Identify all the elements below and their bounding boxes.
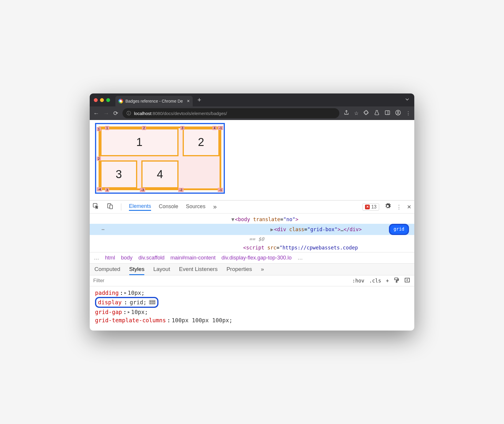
grid-cell: 4 xyxy=(141,160,178,188)
grid-cell: 1 xyxy=(100,128,179,156)
script-src-link[interactable]: https://cpwebassets.codep xyxy=(282,245,358,251)
devtools-close-icon[interactable]: ✕ xyxy=(407,204,411,210)
devtools-panel: Elements Console Sources » ✕ 13 ⋮ ✕ ▼<bo… xyxy=(90,200,414,330)
grid-line-label: 3 xyxy=(180,126,184,130)
breadcrumb-more[interactable]: … xyxy=(94,255,99,261)
inspect-element-icon[interactable] xyxy=(93,203,99,211)
tab-computed[interactable]: Computed xyxy=(94,266,120,275)
tab-properties[interactable]: Properties xyxy=(226,266,252,275)
tab-close-button[interactable]: × xyxy=(187,98,190,104)
error-count-badge[interactable]: ✕ 13 xyxy=(362,203,379,211)
paint-icon[interactable] xyxy=(394,277,400,284)
side-panel-icon[interactable] xyxy=(384,110,390,117)
browser-toolbar: ← → ⟳ ⓘ localhost:8080/docs/devtools/ele… xyxy=(90,106,414,120)
titlebar: Badges reference - Chrome De × + xyxy=(90,93,414,106)
browser-window: Badges reference - Chrome De × + ← → ⟳ ⓘ… xyxy=(90,93,414,330)
labs-icon[interactable] xyxy=(374,110,380,117)
more-tabs-icon[interactable]: » xyxy=(261,266,264,275)
grid-line-label: 2 xyxy=(97,157,101,161)
grid-line-label: 1 xyxy=(97,127,101,131)
reload-button[interactable]: ⟳ xyxy=(113,110,118,117)
error-icon: ✕ xyxy=(365,205,370,209)
breadcrumb-more[interactable]: … xyxy=(297,255,303,261)
profile-icon[interactable] xyxy=(395,110,401,117)
tab-layout[interactable]: Layout xyxy=(153,266,170,275)
chrome-favicon-icon xyxy=(118,99,123,103)
tab-elements[interactable]: Elements xyxy=(129,203,151,211)
styles-filter-input[interactable] xyxy=(90,278,348,284)
dom-selection-indicator: == $0 xyxy=(90,235,414,244)
more-tabs-icon[interactable]: » xyxy=(213,203,217,211)
svg-rect-9 xyxy=(405,278,410,282)
grid-line-label: -4 xyxy=(97,187,102,191)
svg-point-3 xyxy=(397,111,399,113)
tab-list-button[interactable] xyxy=(404,96,410,103)
bookmark-icon[interactable]: ☆ xyxy=(354,110,359,116)
display-grid-highlight: display: grid; xyxy=(95,297,158,308)
breadcrumb-item[interactable]: body xyxy=(121,255,132,261)
svg-rect-6 xyxy=(110,205,112,209)
breadcrumb-item[interactable]: div.display-flex.gap-top-300.lo xyxy=(222,255,292,261)
new-tab-button[interactable]: + xyxy=(197,96,201,104)
svg-rect-8 xyxy=(396,281,397,282)
tab-event-listeners[interactable]: Event Listeners xyxy=(179,266,217,275)
devtools-tabbar: Elements Console Sources » ✕ 13 ⋮ ✕ xyxy=(90,201,414,213)
tab-styles[interactable]: Styles xyxy=(129,266,145,275)
grid-line-label: 1 xyxy=(105,126,109,130)
panel-toggle-icon[interactable] xyxy=(404,277,410,284)
settings-icon[interactable] xyxy=(384,203,391,211)
grid-line-label: -1 xyxy=(218,188,223,192)
grid-line-label: -2 xyxy=(178,188,184,192)
dom-node[interactable]: ▼<body translate="no"> xyxy=(90,215,414,224)
grid-line-label: 3 xyxy=(105,188,109,192)
hover-toggle[interactable]: :hov xyxy=(352,278,364,284)
css-rules[interactable]: padding:▶ 10px; display: grid; grid-gap:… xyxy=(90,286,414,331)
grid-cell: 2 xyxy=(183,128,220,156)
close-window-button[interactable] xyxy=(94,98,98,102)
grid-line-label: -1 xyxy=(218,126,223,130)
class-toggle[interactable]: .cls xyxy=(369,278,381,284)
tab-console[interactable]: Console xyxy=(159,203,178,210)
dom-node-selected[interactable]: ⋯ ▶<div class="grid-box">…</div> grid xyxy=(90,224,414,235)
share-icon[interactable] xyxy=(343,110,349,117)
grid-editor-icon[interactable] xyxy=(149,300,156,305)
grid-line-label: 4 xyxy=(212,126,217,130)
styles-filter-bar: :hov .cls + xyxy=(90,275,414,286)
grid-overlay-selection: 1 2 3 4 1 1 2 3 4 -1 2 -4 3 -3 -2 -1 xyxy=(95,123,225,194)
grid-badge[interactable]: grid xyxy=(389,224,409,235)
svg-rect-7 xyxy=(395,278,398,280)
tab-title: Badges reference - Chrome De xyxy=(125,99,183,103)
grid-line-label: -3 xyxy=(140,188,145,192)
extensions-icon[interactable] xyxy=(363,110,369,117)
styles-tabbar: Computed Styles Layout Event Listeners P… xyxy=(90,263,414,275)
maximize-window-button[interactable] xyxy=(106,98,110,102)
address-bar[interactable]: ⓘ localhost:8080/docs/devtools/elements/… xyxy=(122,108,339,118)
svg-rect-0 xyxy=(385,111,390,114)
back-button[interactable]: ← xyxy=(93,110,99,117)
url-text: localhost:8080/docs/devtools/elements/ba… xyxy=(134,111,227,116)
grid-cell: 3 xyxy=(100,160,137,188)
dom-node[interactable]: <script src="https://cpwebassets.codep xyxy=(90,244,414,252)
device-toggle-icon[interactable] xyxy=(107,203,113,211)
error-count: 13 xyxy=(371,204,377,210)
grid-line-label: 2 xyxy=(142,126,146,130)
forward-button[interactable]: → xyxy=(103,110,109,117)
grid-container: 1 2 3 4 xyxy=(99,126,221,190)
new-rule-button[interactable]: + xyxy=(386,278,389,284)
dom-tree: ▼<body translate="no"> ⋯ ▶<div class="gr… xyxy=(90,213,414,252)
page-viewport: 1 2 3 4 1 1 2 3 4 -1 2 -4 3 -3 -2 -1 xyxy=(90,120,414,200)
devtools-menu-icon[interactable]: ⋮ xyxy=(396,204,402,210)
browser-tab[interactable]: Badges reference - Chrome De × xyxy=(115,96,193,106)
minimize-window-button[interactable] xyxy=(100,98,104,102)
menu-icon[interactable]: ⋮ xyxy=(406,110,411,116)
window-controls xyxy=(94,98,110,102)
breadcrumb: … html body div.scaffold main#main-conte… xyxy=(90,252,414,263)
breadcrumb-item[interactable]: main#main-content xyxy=(170,255,215,261)
toolbar-icons: ☆ ⋮ xyxy=(343,110,411,117)
site-info-icon[interactable]: ⓘ xyxy=(127,111,131,116)
breadcrumb-item[interactable]: div.scaffold xyxy=(138,255,164,261)
tab-sources[interactable]: Sources xyxy=(186,203,205,210)
breadcrumb-item[interactable]: html xyxy=(105,255,115,261)
